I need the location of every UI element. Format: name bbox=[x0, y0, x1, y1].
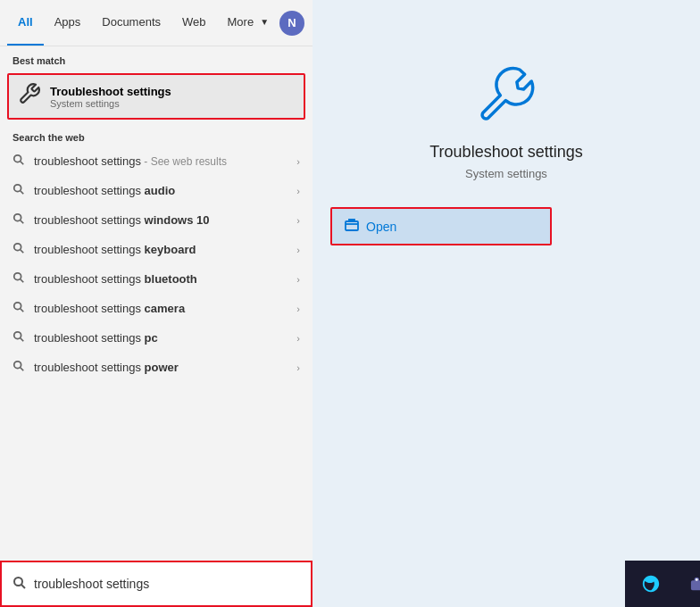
list-item[interactable]: troubleshoot settings keyboard › bbox=[0, 235, 312, 264]
detail-subtitle: System settings bbox=[465, 167, 547, 180]
svg-point-14 bbox=[14, 362, 21, 369]
search-icon bbox=[12, 330, 25, 345]
taskbar: G W bbox=[625, 561, 700, 607]
chevron-right-icon: › bbox=[296, 245, 300, 255]
open-icon bbox=[345, 218, 359, 235]
list-item[interactable]: troubleshoot settings - See web results … bbox=[0, 146, 312, 176]
svg-rect-18 bbox=[346, 221, 358, 230]
svg-line-15 bbox=[21, 368, 24, 371]
detail-actions: Open bbox=[312, 207, 700, 245]
list-item[interactable]: troubleshoot settings audio › bbox=[0, 176, 312, 205]
search-icon bbox=[12, 212, 25, 228]
tab-more[interactable]: More ▼ bbox=[217, 0, 280, 46]
search-panel: All Apps Documents Web More ▼ N ☺ ··· ✕ … bbox=[0, 0, 312, 607]
tab-all[interactable]: All bbox=[7, 0, 44, 46]
search-icon bbox=[12, 154, 25, 169]
svg-line-13 bbox=[21, 338, 24, 342]
svg-line-11 bbox=[21, 309, 24, 312]
svg-point-10 bbox=[14, 303, 21, 310]
detail-panel: Troubleshoot settings System settings Op… bbox=[312, 0, 700, 607]
search-web-label: Search the web bbox=[0, 123, 312, 146]
tab-web[interactable]: Web bbox=[171, 0, 217, 46]
detail-app-icon bbox=[471, 54, 542, 129]
svg-line-5 bbox=[21, 220, 24, 224]
chevron-right-icon: › bbox=[296, 304, 300, 314]
chevron-right-icon: › bbox=[296, 274, 300, 285]
best-match-label: Best match bbox=[0, 46, 312, 70]
svg-point-8 bbox=[14, 273, 21, 280]
svg-line-7 bbox=[21, 250, 24, 254]
open-button[interactable]: Open bbox=[330, 207, 552, 245]
list-item[interactable]: troubleshoot settings windows 10 › bbox=[0, 205, 312, 235]
svg-point-19 bbox=[696, 578, 698, 581]
search-box-icon bbox=[12, 576, 27, 593]
chevron-right-icon: › bbox=[296, 215, 300, 226]
svg-point-12 bbox=[14, 332, 21, 339]
svg-point-6 bbox=[14, 244, 21, 251]
taskbar-edge[interactable] bbox=[630, 563, 671, 604]
list-item[interactable]: troubleshoot settings pc › bbox=[0, 323, 312, 353]
search-icon bbox=[12, 360, 25, 375]
search-icon bbox=[12, 301, 25, 316]
chevron-right-icon: › bbox=[296, 333, 300, 344]
svg-point-4 bbox=[14, 214, 21, 221]
svg-line-1 bbox=[21, 162, 24, 165]
search-box bbox=[0, 561, 312, 607]
chevron-right-icon: › bbox=[296, 156, 300, 167]
detail-title: Troubleshoot settings bbox=[429, 143, 582, 162]
svg-line-17 bbox=[21, 585, 25, 588]
search-icon bbox=[12, 242, 25, 257]
svg-point-0 bbox=[14, 155, 21, 162]
search-icon bbox=[12, 271, 25, 287]
svg-point-16 bbox=[14, 578, 22, 586]
tab-documents[interactable]: Documents bbox=[91, 0, 171, 46]
list-item[interactable]: troubleshoot settings bluetooth › bbox=[0, 264, 312, 294]
best-match-text: Troubleshoot settings System settings bbox=[50, 85, 171, 109]
svg-line-3 bbox=[21, 191, 24, 195]
taskbar-teams[interactable] bbox=[674, 563, 700, 604]
search-input[interactable] bbox=[34, 577, 300, 591]
chevron-right-icon: › bbox=[296, 186, 300, 196]
svg-line-9 bbox=[21, 279, 24, 283]
best-match-item[interactable]: Troubleshoot settings System settings bbox=[7, 73, 305, 120]
svg-point-2 bbox=[14, 185, 21, 192]
chevron-down-icon: ▼ bbox=[260, 17, 269, 27]
search-icon bbox=[12, 183, 25, 198]
list-item[interactable]: troubleshoot settings power › bbox=[0, 353, 312, 382]
tab-apps[interactable]: Apps bbox=[44, 0, 92, 46]
wrench-icon bbox=[18, 82, 41, 111]
search-results-list: troubleshoot settings - See web results … bbox=[0, 146, 312, 561]
chevron-right-icon: › bbox=[296, 362, 300, 373]
list-item[interactable]: troubleshoot settings camera › bbox=[0, 294, 312, 323]
tabs-bar: All Apps Documents Web More ▼ N ☺ ··· ✕ bbox=[0, 0, 312, 46]
avatar[interactable]: N bbox=[279, 11, 304, 36]
